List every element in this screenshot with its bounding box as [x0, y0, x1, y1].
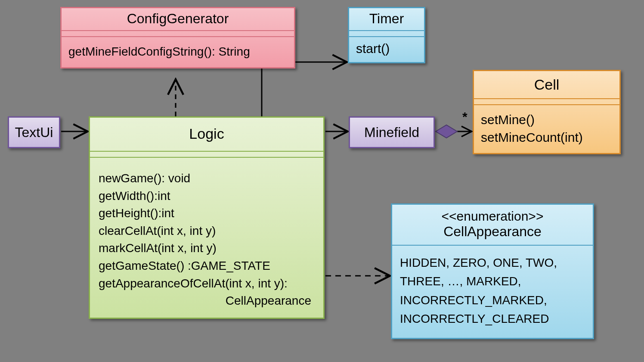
class-name: CellAppearance — [398, 224, 587, 240]
method: getGameState() :GAME_STATE — [99, 257, 315, 275]
class-textui: TextUi — [8, 116, 60, 148]
method: clearCellAt(int x, int y) — [99, 222, 315, 240]
stereotype: <<enumeration>> — [398, 209, 587, 224]
method: setMineCount(int) — [481, 129, 613, 147]
class-name: TextUi — [15, 125, 53, 140]
method: getAppearanceOfCellAt(int x, int y): — [99, 275, 315, 293]
class-name: ConfigGenerator — [62, 8, 294, 30]
method: setMine() — [481, 111, 613, 129]
class-minefield: Minefield — [349, 116, 435, 148]
class-configgenerator: ConfigGenerator getMineFieldConfigString… — [60, 7, 295, 69]
assoc-logic-timer — [262, 62, 347, 116]
composition-diamond — [436, 125, 457, 138]
class-name: Timer — [349, 8, 424, 30]
method: getHeight():int — [99, 205, 315, 222]
method: getMineFieldConfigString(): String — [68, 45, 287, 59]
method: markCellAt(int x, int y) — [99, 240, 315, 257]
class-name: Logic — [90, 118, 323, 151]
method: getWidth():int — [99, 187, 315, 205]
class-name: Minefield — [364, 125, 419, 140]
multiplicity-cell: * — [462, 109, 468, 124]
method: start() — [356, 41, 417, 56]
class-timer: Timer start() — [348, 7, 425, 63]
class-logic: Logic newGame(): void getWidth():int get… — [89, 116, 325, 319]
enum-cellappearance: <<enumeration>> CellAppearance HIDDEN, Z… — [391, 203, 594, 339]
method-return: CellAppearance — [99, 292, 315, 310]
class-cell: Cell setMine() setMineCount(int) — [473, 70, 621, 154]
class-name: Cell — [474, 71, 619, 98]
method: newGame(): void — [99, 170, 315, 187]
enum-literals: HIDDEN, ZERO, ONE, TWO, THREE, …, MARKED… — [400, 253, 585, 328]
